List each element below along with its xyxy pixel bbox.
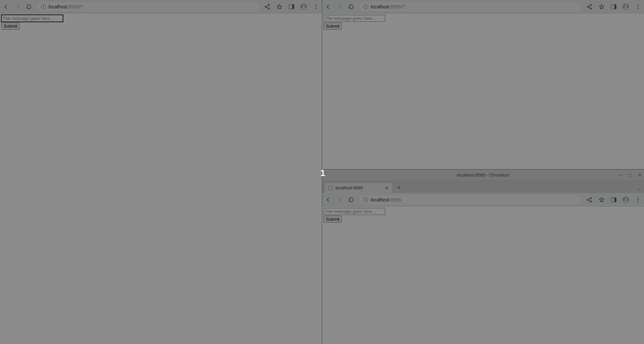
page-content: Submit — [0, 13, 322, 344]
url-host: localhost:8585 — [371, 197, 401, 202]
svg-point-8 — [590, 201, 592, 202]
window-close-icon[interactable]: ✕ — [637, 173, 642, 178]
bookmark-star-icon[interactable] — [598, 196, 605, 203]
profile-avatar-icon[interactable] — [300, 3, 307, 10]
bookmark-star-icon[interactable] — [276, 3, 283, 10]
menu-kebab-icon[interactable] — [635, 3, 641, 10]
workspace-indicator: 1 — [320, 168, 326, 179]
toolbar-right-icons — [586, 3, 641, 10]
svg-point-4 — [587, 6, 589, 7]
reload-button[interactable] — [348, 3, 355, 10]
svg-point-6 — [590, 197, 592, 198]
browser-toolbar: i localhost:8585/? — [322, 0, 644, 13]
browser-window-top-right: i localhost:8585/? Submit — [322, 0, 644, 169]
browser-window-bottom-right: localhost:8585 - Chromium — ▢ ✕ localhos… — [322, 169, 644, 344]
window-controls: — ▢ ✕ — [618, 169, 642, 181]
toolbar-right-icons — [586, 196, 641, 203]
message-input[interactable] — [1, 15, 63, 22]
browser-tab[interactable]: localhost:8585 ✕ — [325, 183, 392, 193]
browser-toolbar: i localhost:8585/? — [0, 0, 322, 13]
submit-button[interactable]: Submit — [324, 216, 342, 223]
back-button[interactable] — [325, 196, 332, 203]
tab-label: localhost:8585 — [336, 186, 381, 190]
bookmark-star-icon[interactable] — [598, 3, 605, 10]
svg-point-3 — [590, 4, 592, 5]
svg-point-5 — [590, 8, 592, 9]
page-content: Submit — [322, 207, 644, 344]
profile-avatar-icon[interactable] — [622, 196, 629, 203]
menu-kebab-icon[interactable] — [635, 196, 641, 203]
site-info-icon[interactable]: i — [363, 4, 368, 9]
forward-button[interactable] — [14, 3, 21, 10]
profile-avatar-icon[interactable] — [622, 3, 629, 10]
url-host: localhost:8585/? — [371, 4, 405, 9]
url-host: localhost:8585/? — [49, 4, 83, 9]
share-icon[interactable] — [264, 3, 271, 10]
share-icon[interactable] — [586, 3, 593, 10]
browser-window-left: i localhost:8585/? Submit — [0, 0, 322, 344]
svg-point-0 — [268, 4, 270, 5]
message-input[interactable] — [324, 208, 385, 215]
back-button[interactable] — [3, 3, 9, 10]
pane-divider-horizontal — [322, 169, 644, 169]
address-bar[interactable]: i localhost:8585 — [359, 195, 581, 205]
reload-button[interactable] — [26, 3, 32, 10]
tab-favicon-icon — [328, 186, 333, 190]
forward-button[interactable] — [336, 3, 343, 10]
forward-button[interactable] — [336, 196, 343, 203]
window-title-bar[interactable]: localhost:8585 - Chromium — ▢ ✕ — [322, 169, 644, 181]
back-button[interactable] — [325, 3, 332, 10]
browser-toolbar: i localhost:8585 — [322, 193, 644, 207]
site-info-icon[interactable]: i — [41, 4, 46, 9]
svg-point-2 — [268, 8, 270, 9]
message-input[interactable] — [324, 15, 385, 22]
tabs-dropdown-icon[interactable]: ⌄ — [637, 186, 641, 191]
share-icon[interactable] — [586, 196, 593, 203]
address-bar[interactable]: i localhost:8585/? — [359, 2, 581, 11]
reload-button[interactable] — [348, 196, 355, 203]
address-bar[interactable]: i localhost:8585/? — [37, 2, 259, 11]
submit-button[interactable]: Submit — [1, 23, 20, 30]
svg-point-7 — [587, 199, 589, 200]
menu-kebab-icon[interactable] — [312, 3, 319, 10]
site-info-icon[interactable]: i — [363, 197, 368, 202]
svg-point-1 — [265, 6, 267, 7]
tab-strip: localhost:8585 ✕ + ⌄ — [322, 181, 644, 193]
side-panel-icon[interactable] — [288, 3, 295, 10]
submit-button[interactable]: Submit — [324, 23, 342, 30]
page-content: Submit — [322, 13, 644, 169]
tab-close-icon[interactable]: ✕ — [384, 186, 389, 190]
window-minimize-icon[interactable]: — — [618, 173, 623, 178]
window-title: localhost:8585 - Chromium — [457, 173, 509, 178]
new-tab-button[interactable]: + — [394, 183, 404, 192]
side-panel-icon[interactable] — [610, 3, 617, 10]
side-panel-icon[interactable] — [610, 196, 617, 203]
toolbar-right-icons — [264, 3, 319, 10]
window-maximize-icon[interactable]: ▢ — [628, 173, 633, 178]
